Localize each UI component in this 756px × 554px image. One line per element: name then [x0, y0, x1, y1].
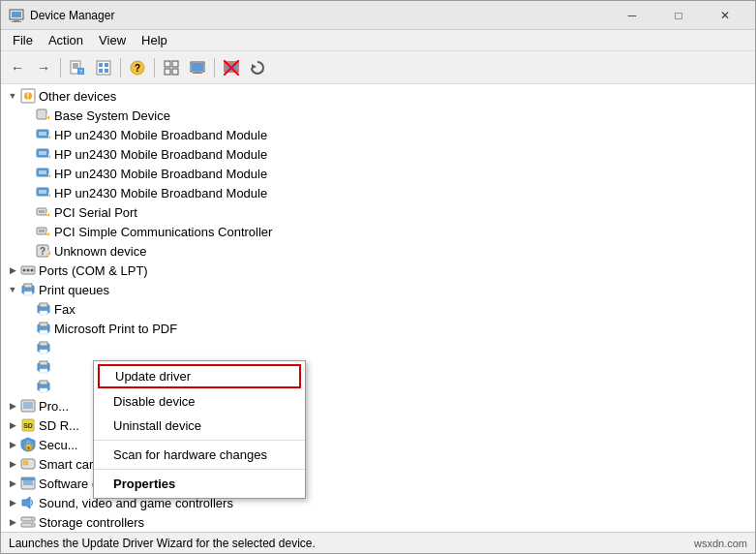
svg-point-66 — [27, 269, 30, 272]
svg-text:!: ! — [46, 211, 48, 218]
expander-software[interactable]: ▶ — [5, 476, 20, 491]
svg-marker-29 — [252, 64, 257, 69]
ctx-uninstall-device[interactable]: Uninstall device — [94, 414, 305, 438]
minimize-button[interactable]: ─ — [610, 1, 654, 30]
security-label: Secu... — [39, 438, 77, 452]
unknown-icon: ? ! — [36, 243, 51, 259]
close-button[interactable]: ✕ — [703, 1, 747, 30]
other-devices-icon: ! — [20, 88, 36, 104]
fax-label: Fax — [54, 302, 76, 317]
properties-button-2[interactable] — [91, 55, 116, 80]
svg-rect-76 — [40, 330, 47, 334]
pci-serial-icon: ! — [36, 204, 51, 220]
tree-item-pci-simple[interactable]: ! PCI Simple Communications Controller — [1, 222, 755, 241]
remove-button[interactable] — [219, 55, 244, 80]
svg-rect-13 — [99, 69, 103, 73]
security-icon: 🔒 — [20, 437, 36, 452]
tree-item-hp2[interactable]: ! HP un2430 Mobile Broadband Module — [1, 144, 755, 164]
menu-help[interactable]: Help — [134, 31, 175, 49]
svg-text:SD: SD — [23, 422, 33, 429]
software-icon — [20, 476, 36, 491]
expander-print-queues[interactable]: ▼ — [5, 282, 20, 297]
tree-item-pci-serial[interactable]: ! PCI Serial Port — [1, 202, 755, 222]
main-content: ▼ ! Other devices — [1, 84, 755, 553]
tree-item-unknown[interactable]: ? ! Unknown device — [1, 241, 755, 261]
scan-button[interactable] — [245, 55, 270, 80]
menu-file[interactable]: File — [5, 31, 41, 49]
ctx-disable-device[interactable]: Disable device — [94, 389, 305, 414]
tree-item-pdf-print[interactable]: Microsoft Print to PDF — [1, 319, 755, 338]
pci-simple-label: PCI Simple Communications Controller — [54, 225, 272, 239]
tree-container[interactable]: ▼ ! Other devices — [1, 84, 755, 532]
svg-rect-18 — [172, 61, 178, 67]
svg-rect-85 — [40, 388, 47, 392]
expander-storage[interactable]: ▶ — [5, 514, 20, 530]
view-button[interactable] — [159, 55, 184, 80]
svg-text:!: ! — [46, 112, 49, 121]
expander-ports[interactable]: ▶ — [5, 262, 20, 278]
pdf-print-label: Microsoft Print to PDF — [54, 322, 177, 336]
tree-item-print-queues[interactable]: ▼ Print queues — [1, 280, 755, 299]
svg-rect-24 — [193, 73, 202, 74]
fax-icon — [36, 301, 51, 317]
toolbar-sep-2 — [120, 58, 121, 77]
hp3-icon: ! — [36, 166, 51, 181]
base-system-label: Base System Device — [54, 108, 170, 123]
expander-security[interactable]: ▶ — [5, 437, 20, 452]
ctx-properties[interactable]: Properties — [94, 472, 305, 496]
pci-serial-label: PCI Serial Port — [54, 205, 137, 220]
menu-view[interactable]: View — [91, 31, 134, 49]
hp4-label: HP un2430 Mobile Broadband Module — [54, 186, 267, 200]
print-queues-icon — [20, 282, 36, 297]
help-button[interactable]: ? — [125, 55, 150, 80]
svg-rect-23 — [195, 72, 200, 73]
svg-rect-45 — [39, 170, 46, 174]
tree-item-hp1[interactable]: ! HP un2430 Mobile Broadband Module — [1, 125, 755, 144]
toolbar-sep-4 — [214, 58, 215, 77]
svg-rect-11 — [99, 63, 103, 67]
maximize-button[interactable]: □ — [656, 1, 701, 30]
expander-sound[interactable]: ▶ — [5, 495, 20, 510]
properties-button-1[interactable]: ? — [65, 55, 90, 80]
pro-icon — [20, 398, 36, 414]
svg-point-65 — [23, 269, 26, 272]
svg-rect-69 — [24, 284, 32, 288]
svg-rect-81 — [40, 361, 47, 365]
tree-item-hp3[interactable]: ! HP un2430 Mobile Broadband Module — [1, 164, 755, 183]
tree-item-other-devices[interactable]: ▼ ! Other devices — [1, 86, 755, 106]
tree-item-hp4[interactable]: ! HP un2430 Mobile Broadband Module — [1, 183, 755, 202]
svg-text:!: ! — [47, 172, 49, 179]
svg-rect-84 — [40, 381, 47, 385]
tree-item-fax[interactable]: Fax — [1, 299, 755, 319]
unknown-label: Unknown device — [54, 244, 146, 259]
smartcard-icon — [20, 456, 36, 472]
svg-rect-3 — [12, 21, 21, 22]
svg-rect-72 — [40, 303, 47, 307]
tree-item-base-system[interactable]: ! Base System Device — [1, 106, 755, 125]
window-controls: ─ □ ✕ — [610, 1, 747, 30]
back-button[interactable]: ← — [5, 55, 30, 80]
expander-pro[interactable]: ▶ — [5, 398, 20, 414]
ctx-scan-hardware[interactable]: Scan for hardware changes — [94, 443, 305, 467]
sd-icon: SD — [20, 417, 36, 433]
svg-rect-78 — [40, 342, 47, 346]
svg-rect-49 — [39, 190, 46, 194]
sound-icon — [20, 495, 36, 510]
tree-item-ports[interactable]: ▶ Ports (COM & LPT) — [1, 261, 755, 280]
tree-item-storage[interactable]: ▶ Storage controllers — [1, 512, 755, 532]
tree-item-printer3[interactable] — [1, 338, 755, 357]
expander-smartcard[interactable]: ▶ — [5, 456, 20, 472]
ctx-update-driver[interactable]: Update driver — [98, 364, 301, 388]
ports-label: Ports (COM & LPT) — [39, 263, 148, 278]
ctx-sep-2 — [94, 469, 305, 470]
svg-rect-19 — [165, 69, 170, 75]
expander-other-devices[interactable]: ▼ — [5, 88, 20, 104]
svg-rect-95 — [21, 477, 35, 480]
menu-action[interactable]: Action — [41, 31, 91, 49]
forward-button[interactable]: → — [31, 55, 56, 80]
monitor-button[interactable] — [185, 55, 210, 80]
menu-bar: File Action View Help — [1, 30, 755, 51]
expander-sd[interactable]: ▶ — [5, 417, 20, 433]
svg-text:!: ! — [47, 153, 49, 160]
toolbar: ← → ? ? — [1, 51, 755, 84]
